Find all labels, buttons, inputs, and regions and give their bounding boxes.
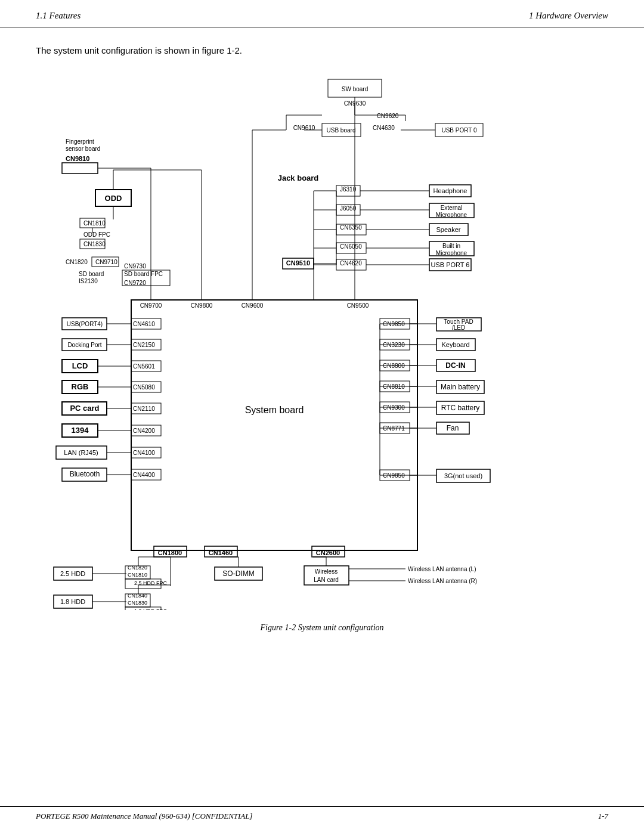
svg-text:1.8 HDD: 1.8 HDD <box>60 598 85 605</box>
svg-text:SW board: SW board <box>342 86 368 92</box>
svg-text:sensor board: sensor board <box>66 145 100 152</box>
svg-text:CN9600: CN9600 <box>242 302 264 309</box>
svg-text:Docking Port: Docking Port <box>67 342 101 348</box>
intro-text: The system unit configuration is shown i… <box>36 45 608 55</box>
svg-text:Built in: Built in <box>442 243 460 249</box>
svg-text:J6310: J6310 <box>340 186 357 193</box>
svg-text:USB(PORT4): USB(PORT4) <box>67 321 103 327</box>
page-content: The system unit configuration is shown i… <box>0 27 644 680</box>
svg-text:CN4620: CN4620 <box>340 260 362 267</box>
svg-text:SO-DIMM: SO-DIMM <box>222 569 254 578</box>
svg-text:CN2150: CN2150 <box>133 342 155 348</box>
svg-text:USB PORT 0: USB PORT 0 <box>441 127 477 134</box>
header-left: 1.1 Features <box>36 11 80 21</box>
svg-text:RGB: RGB <box>72 382 89 391</box>
svg-text:CN9800: CN9800 <box>191 302 213 309</box>
svg-text:SD board FPC: SD board FPC <box>124 271 163 277</box>
svg-text:CN1830: CN1830 <box>83 241 106 247</box>
svg-text:CN1810: CN1810 <box>83 220 106 227</box>
svg-text:Wireless LAN antenna (R): Wireless LAN antenna (R) <box>408 578 477 584</box>
svg-text:ODD FPC: ODD FPC <box>83 231 110 238</box>
figure-caption: Figure 1-2 System unit configuration <box>36 623 608 633</box>
svg-text:Fingerprint: Fingerprint <box>66 138 94 145</box>
svg-text:2.5 HDD: 2.5 HDD <box>60 570 85 577</box>
svg-text:/LED: /LED <box>452 324 465 331</box>
svg-text:ODD: ODD <box>105 194 122 203</box>
svg-text:3G(not used): 3G(not used) <box>444 472 482 479</box>
svg-text:Microphone: Microphone <box>436 250 467 256</box>
page-footer: PORTEGE R500 Maintenance Manual (960-634… <box>0 806 644 821</box>
svg-text:CN1810: CN1810 <box>128 572 147 578</box>
svg-text:LCD: LCD <box>72 361 88 370</box>
svg-text:CN6350: CN6350 <box>340 224 362 231</box>
svg-text:CN1830: CN1830 <box>128 600 147 606</box>
svg-text:Wireless LAN antenna (L): Wireless LAN antenna (L) <box>408 566 476 572</box>
system-diagram: SW board CN9630 CN9620 CN9610 USB board … <box>36 73 608 610</box>
footer-left: PORTEGE R500 Maintenance Manual (960-634… <box>36 812 253 821</box>
svg-text:Speaker: Speaker <box>436 226 461 233</box>
svg-text:CN9510: CN9510 <box>286 259 310 267</box>
svg-text:CN1820: CN1820 <box>66 259 88 265</box>
svg-text:Headphone: Headphone <box>434 187 467 194</box>
svg-text:CN9700: CN9700 <box>140 302 162 309</box>
page: 1.1 Features 1 Hardware Overview The sys… <box>0 0 644 833</box>
svg-text:RTC battery: RTC battery <box>441 404 479 412</box>
svg-text:CN9810: CN9810 <box>66 155 89 162</box>
header-right: 1 Hardware Overview <box>529 11 608 21</box>
svg-text:CN9730: CN9730 <box>124 263 146 270</box>
footer-right: 1-7 <box>598 812 608 821</box>
svg-text:Microphone: Microphone <box>436 212 467 218</box>
svg-text:CN4630: CN4630 <box>373 125 395 131</box>
svg-text:Wireless: Wireless <box>315 568 338 575</box>
svg-text:CN1800: CN1800 <box>158 549 182 556</box>
svg-text:USB PORT 6: USB PORT 6 <box>431 261 469 268</box>
svg-text:External: External <box>441 205 463 211</box>
svg-text:J6050: J6050 <box>340 205 357 212</box>
svg-text:DC-IN: DC-IN <box>445 361 465 370</box>
svg-text:CN9620: CN9620 <box>377 113 399 119</box>
svg-text:CN4100: CN4100 <box>133 450 155 456</box>
svg-text:1.8 HDD FPC: 1.8 HDD FPC <box>134 608 168 610</box>
svg-text:System board: System board <box>245 405 304 415</box>
svg-text:CN5080: CN5080 <box>133 384 155 391</box>
svg-text:LAN card: LAN card <box>314 577 339 583</box>
svg-text:USB board: USB board <box>327 127 356 134</box>
svg-text:1394: 1394 <box>72 426 89 435</box>
svg-text:Fan: Fan <box>447 424 459 432</box>
svg-rect-77 <box>131 300 417 550</box>
svg-text:CN9710: CN9710 <box>95 259 117 265</box>
svg-text:CN4200: CN4200 <box>133 428 155 434</box>
svg-text:Jack board: Jack board <box>278 174 319 182</box>
svg-text:CN9720: CN9720 <box>124 280 146 286</box>
svg-text:IS2130: IS2130 <box>79 278 98 284</box>
svg-text:Bluetooth: Bluetooth <box>70 470 100 478</box>
page-header: 1.1 Features 1 Hardware Overview <box>0 0 644 27</box>
diagram-container: SW board CN9630 CN9620 CN9610 USB board … <box>36 73 608 611</box>
svg-text:CN5601: CN5601 <box>133 363 155 370</box>
svg-text:CN6050: CN6050 <box>340 243 362 250</box>
svg-text:CN9500: CN9500 <box>347 302 369 309</box>
svg-text:SD board: SD board <box>79 271 104 277</box>
svg-text:LAN (RJ45): LAN (RJ45) <box>64 449 98 456</box>
svg-text:Keyboard: Keyboard <box>441 341 469 348</box>
svg-text:PC card: PC card <box>70 404 99 413</box>
svg-text:CN1460: CN1460 <box>209 549 233 556</box>
svg-rect-21 <box>62 163 98 174</box>
svg-text:Main battery: Main battery <box>441 383 480 391</box>
svg-text:CN2600: CN2600 <box>316 549 340 556</box>
svg-text:CN4610: CN4610 <box>133 321 155 327</box>
svg-text:CN2110: CN2110 <box>133 405 155 412</box>
svg-text:CN4400: CN4400 <box>133 472 155 478</box>
